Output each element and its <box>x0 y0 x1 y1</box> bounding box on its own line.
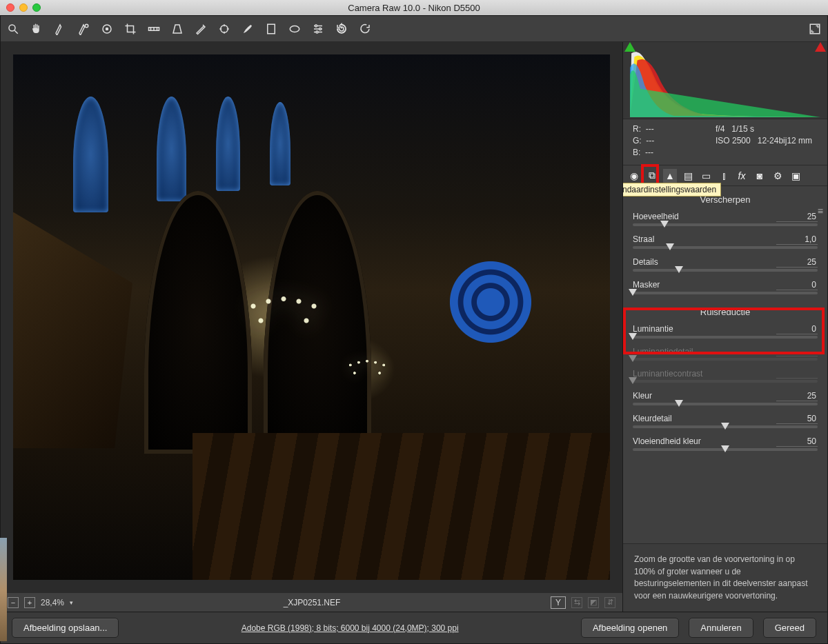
filmstrip-minus-icon[interactable]: − <box>8 597 19 608</box>
sharpen-heading: Verscherpen <box>633 194 818 205</box>
b-label: B: <box>633 148 640 157</box>
amount-slider[interactable]: Hoeveelheid25 <box>633 212 818 226</box>
detail-value[interactable]: 25 <box>776 257 818 268</box>
lens-tab-icon[interactable]: ⫿ <box>717 169 731 183</box>
crop-tool-icon[interactable] <box>124 22 137 36</box>
compare-swap-icon[interactable]: ⇵ <box>604 597 615 608</box>
svg-point-15 <box>290 26 299 32</box>
hsl-tab-icon[interactable]: ▤ <box>681 169 695 183</box>
compare-before-icon[interactable]: ⇆ <box>571 597 582 608</box>
image-preview[interactable] <box>1 42 622 592</box>
preferences-icon[interactable] <box>311 22 325 36</box>
r-value: --- <box>646 124 654 134</box>
luminance-value[interactable]: 0 <box>776 324 818 334</box>
compare-split-icon[interactable]: ◩ <box>588 597 599 608</box>
svg-point-4 <box>106 28 108 30</box>
spot-removal-tool-icon[interactable] <box>194 22 208 36</box>
zoom-level[interactable]: 28,4% <box>41 598 64 607</box>
luminance-detail-value <box>776 347 818 356</box>
panel-menu-icon[interactable]: ≡ <box>818 205 823 217</box>
hand-tool-icon[interactable] <box>30 22 43 36</box>
radius-value[interactable]: 1,0 <box>776 234 818 245</box>
zoom-dropdown-icon[interactable]: ▾ <box>70 599 73 606</box>
detail-tab-icon[interactable]: ▲ <box>663 169 677 183</box>
cancel-button[interactable]: Annuleren <box>689 618 753 638</box>
preview-mode-button[interactable]: Y <box>551 596 566 609</box>
luminance-detail-slider: Luminantiedetail <box>633 347 818 361</box>
histogram[interactable] <box>623 42 827 119</box>
zoom-tool-icon[interactable] <box>6 22 20 36</box>
snapshots-tab-icon[interactable]: ▣ <box>789 169 802 183</box>
g-label: G: <box>633 136 642 145</box>
mask-slider[interactable]: Masker0 <box>633 280 818 294</box>
presets-tab-icon[interactable]: ⚙ <box>771 169 785 183</box>
svg-point-9 <box>221 25 228 32</box>
top-toolbar <box>1 16 827 42</box>
fullscreen-icon[interactable] <box>808 22 822 36</box>
smoothness-value[interactable]: 50 <box>776 436 818 447</box>
amount-value[interactable]: 25 <box>776 212 818 222</box>
graduated-filter-tool-icon[interactable] <box>264 22 278 36</box>
transform-tool-icon[interactable] <box>170 22 184 36</box>
filmstrip-plus-icon[interactable]: + <box>24 597 35 608</box>
svg-point-20 <box>319 28 322 30</box>
radial-filter-tool-icon[interactable] <box>288 22 302 36</box>
radius-slider[interactable]: Straal1,0 <box>633 234 818 249</box>
color-sampler-tool-icon[interactable] <box>77 22 90 36</box>
done-button[interactable]: Gereed <box>763 618 816 638</box>
svg-point-19 <box>315 25 317 27</box>
split-tab-icon[interactable]: ▭ <box>699 169 713 183</box>
white-balance-tool-icon[interactable] <box>53 22 67 36</box>
color-detail-value[interactable]: 50 <box>776 414 818 424</box>
detail-slider[interactable]: Details25 <box>633 257 818 272</box>
luminance-contrast-label: Luminantiecontrast <box>633 369 702 379</box>
targeted-adjustment-tool-icon[interactable] <box>100 22 114 36</box>
radius-label: Straal <box>633 234 654 245</box>
svg-point-0 <box>9 25 15 31</box>
color-slider[interactable]: Kleur25 <box>633 391 818 405</box>
luminance-slider[interactable]: Luminantie0 <box>633 324 818 339</box>
luminance-contrast-value <box>776 369 818 379</box>
open-image-button[interactable]: Afbeelding openen <box>581 618 679 638</box>
noise-heading: Ruisreductie <box>633 307 818 317</box>
maximize-window-button[interactable] <box>32 3 41 12</box>
r-label: R: <box>633 124 641 134</box>
hint-text: Zoom de grootte van de voorvertoning in … <box>623 543 827 612</box>
mask-value[interactable]: 0 <box>776 280 818 290</box>
adjustment-brush-tool-icon[interactable] <box>241 22 255 36</box>
color-label: Kleur <box>633 391 652 401</box>
lens-value: 12-24bij12 mm <box>758 136 812 145</box>
panel-tabs: ◉ ⧉ ▲ ▤ ▭ ⫿ fx ◙ ⚙ ▣ Standaardinstelling… <box>623 165 827 186</box>
straighten-tool-icon[interactable] <box>147 22 161 36</box>
iso-value: ISO 2500 <box>716 136 751 145</box>
red-eye-tool-icon[interactable] <box>217 22 231 36</box>
minimize-window-button[interactable] <box>19 3 28 12</box>
preview-status-bar: − + 28,4% ▾ _XJP0251.NEF Y ⇆ ◩ ⇵ <box>1 592 622 612</box>
workflow-settings-link[interactable]: Adobe RGB (1998); 8 bits; 6000 bij 4000 … <box>128 623 571 633</box>
curve-tab-icon[interactable]: ⧉ <box>645 169 659 183</box>
color-detail-slider[interactable]: Kleurdetail50 <box>633 414 818 428</box>
camera-tab-icon[interactable]: ◙ <box>753 169 767 183</box>
save-image-button[interactable]: Afbeelding opslaan... <box>12 618 119 638</box>
color-detail-label: Kleurdetail <box>633 414 672 424</box>
svg-point-21 <box>316 31 318 33</box>
g-value: --- <box>646 136 654 145</box>
window-title: Camera Raw 10.0 - Nikon D5500 <box>348 3 480 13</box>
detail-panel: ≡ Verscherpen Hoeveelheid25 Straal1,0 De… <box>623 186 827 543</box>
luminance-contrast-slider: Luminantiecontrast <box>633 369 818 383</box>
rotate-cw-icon[interactable] <box>358 22 372 36</box>
filename-label: _XJP0251.NEF <box>79 598 545 607</box>
basic-tab-icon[interactable]: ◉ <box>627 169 641 183</box>
background-sliver <box>0 538 7 641</box>
mac-titlebar: Camera Raw 10.0 - Nikon D5500 <box>0 0 828 15</box>
color-value[interactable]: 25 <box>776 391 818 401</box>
svg-point-2 <box>85 24 88 28</box>
fx-tab-icon[interactable]: fx <box>735 169 749 183</box>
detail-label: Details <box>633 257 658 268</box>
rotate-ccw-icon[interactable] <box>335 22 348 36</box>
shutter-value: 1/15 s <box>731 124 754 134</box>
svg-rect-14 <box>268 24 275 34</box>
smoothness-slider[interactable]: Vloeiendheid kleur50 <box>633 436 818 451</box>
close-window-button[interactable] <box>6 3 14 12</box>
smoothness-label: Vloeiendheid kleur <box>633 436 701 447</box>
